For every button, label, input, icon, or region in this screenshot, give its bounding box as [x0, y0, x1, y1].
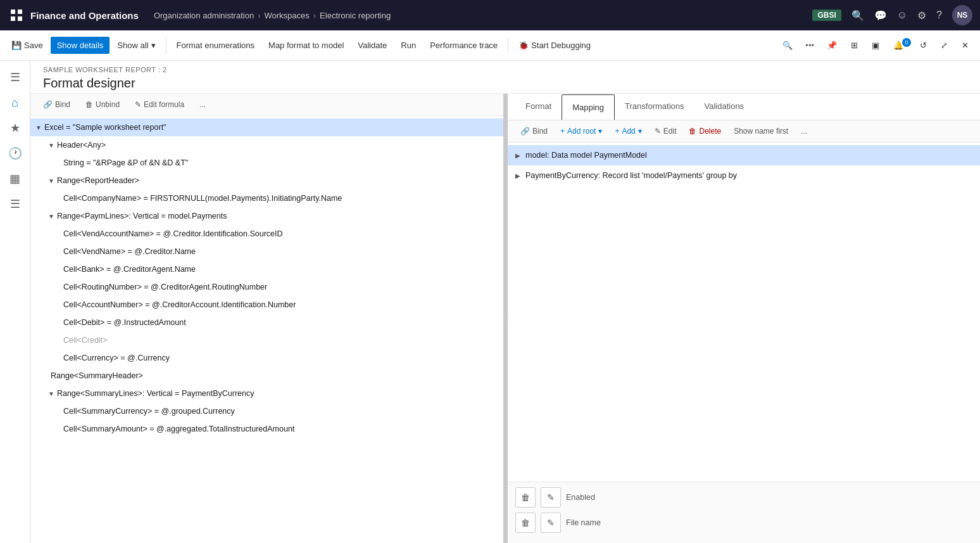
breadcrumb-reporting[interactable]: Electronic reporting: [320, 11, 391, 20]
tree-item-cell-debit[interactable]: Cell<Debit> = @.InstructedAmount: [30, 314, 503, 331]
delete-button[interactable]: 🗑 Delete: [684, 124, 726, 138]
svg-rect-1: [18, 10, 22, 14]
unbind-button[interactable]: 🗑 Unbind: [80, 98, 125, 112]
tree-item-cell-summary-currency[interactable]: Cell<SummaryCurrency> = @.grouped.Curren…: [30, 402, 503, 420]
toolbar-search-button[interactable]: 🔍: [776, 37, 799, 54]
performance-trace-button[interactable]: Performance trace: [424, 37, 504, 54]
tree-text-routing: Cell<RoutingNumber> = @.CreditorAgent.Ro…: [63, 283, 267, 291]
show-name-first-button[interactable]: Show name first: [729, 124, 793, 138]
tree-item-cell-vend-name[interactable]: Cell<VendName> = @.Creditor.Name: [30, 243, 503, 260]
tree-text-summary-amount: Cell<SummaryAmount> = @.aggregated.Total…: [63, 425, 294, 433]
tree-text-range-rh: Range<ReportHeader>: [57, 176, 139, 185]
top-nav: Finance and Operations Organization admi…: [0, 0, 980, 30]
smiley-icon[interactable]: ☺: [897, 10, 907, 21]
search-icon[interactable]: 🔍: [851, 10, 864, 22]
avatar[interactable]: NS: [952, 5, 972, 25]
enabled-edit-button[interactable]: ✎: [541, 487, 561, 508]
message-icon[interactable]: 💬: [874, 10, 887, 22]
save-button[interactable]: 💾 Save: [5, 37, 49, 54]
format-more-button[interactable]: ...: [194, 98, 211, 112]
sidebar-hamburger-icon[interactable]: ☰: [4, 66, 27, 89]
breadcrumb-workspaces[interactable]: Workspaces: [264, 11, 309, 20]
tree-item-cell-company[interactable]: Cell<CompanyName> = FIRSTORNULL(model.Pa…: [30, 189, 503, 207]
tree-item-cell-credit[interactable]: Cell<Credit>: [30, 331, 503, 349]
breadcrumb-org[interactable]: Organization administration: [154, 11, 254, 20]
add-button[interactable]: + Add ▾: [610, 124, 646, 138]
bind-button[interactable]: 🔗 Bind: [38, 98, 75, 112]
format-tree: ▼ Excel = "Sample worksheet report" ▼ He…: [30, 116, 503, 543]
map-format-to-model-button[interactable]: Map format to model: [262, 37, 350, 54]
help-icon[interactable]: ?: [936, 10, 942, 21]
sidebar-recent-icon[interactable]: 🕐: [4, 142, 27, 165]
map-item-model[interactable]: ▶ model: Data model PaymentModel: [508, 145, 980, 165]
sidebar-list-icon[interactable]: ☰: [4, 193, 27, 215]
close-button[interactable]: ✕: [955, 37, 975, 54]
settings-icon[interactable]: ⚙: [917, 10, 926, 22]
trash-small-icon: 🗑: [85, 100, 93, 109]
tree-text-paymlines: Range<PaymLines>: Vertical = model.Payme…: [57, 212, 227, 220]
tree-arrow-range-rh: ▼: [48, 177, 54, 184]
tree-item-range-report-header[interactable]: ▼ Range<ReportHeader>: [30, 172, 503, 189]
sidebar-table-icon[interactable]: ▦: [4, 167, 27, 190]
tree-item-cell-account[interactable]: Cell<AccountNumber> = @.CreditorAccount.…: [30, 296, 503, 314]
format-enumerations-button[interactable]: Format enumerations: [170, 37, 261, 54]
tree-item-string[interactable]: String = "&RPage &P of &N &D &T": [30, 154, 503, 172]
svg-rect-2: [11, 16, 15, 21]
mapping-panel: Format Mapping Transformations Validatio…: [508, 94, 980, 543]
map-bind-button[interactable]: 🔗 Bind: [515, 124, 553, 138]
refresh-button[interactable]: ↺: [914, 37, 933, 54]
add-root-button[interactable]: + Add root ▾: [555, 124, 607, 138]
tree-item-header[interactable]: ▼ Header<Any>: [30, 136, 503, 154]
sidebar-home-icon[interactable]: ⌂: [4, 91, 27, 114]
start-debugging-button[interactable]: 🐞 Start Debugging: [512, 37, 597, 54]
tree-item-cell-bank[interactable]: Cell<Bank> = @.CreditorAgent.Name: [30, 260, 503, 278]
tree-item-cell-summary-amount[interactable]: Cell<SummaryAmount> = @.aggregated.Total…: [30, 420, 503, 438]
sidebar-star-icon[interactable]: ★: [4, 117, 27, 139]
separator-1: [166, 38, 166, 53]
filename-delete-button[interactable]: 🗑: [515, 513, 536, 533]
run-button[interactable]: Run: [394, 37, 422, 54]
tree-arrow-header: ▼: [48, 142, 54, 149]
expand-button[interactable]: ⤢: [934, 37, 954, 54]
map-item-payment-by-currency[interactable]: ▶ PaymentByCurrency: Record list 'model/…: [508, 165, 980, 186]
show-all-button[interactable]: Show all ▾: [111, 37, 161, 54]
tab-mapping[interactable]: Mapping: [562, 94, 615, 120]
chevron-down-icon: ▾: [151, 41, 156, 50]
compare-button[interactable]: ⊞: [845, 37, 864, 54]
tree-item-range-summary-lines[interactable]: ▼ Range<SummaryLines>: Vertical = Paymen…: [30, 385, 503, 402]
add-root-chevron: ▾: [598, 127, 602, 136]
tree-item-cell-routing[interactable]: Cell<RoutingNumber> = @.CreditorAgent.Ro…: [30, 278, 503, 296]
toolbar-more[interactable]: •••: [800, 38, 819, 53]
panel-button[interactable]: ▣: [865, 37, 886, 54]
edit-formula-button[interactable]: ✎ Edit formula: [130, 98, 189, 112]
tree-item-cell-currency[interactable]: Cell<Currency> = @.Currency: [30, 349, 503, 367]
svg-rect-3: [18, 16, 22, 21]
trash-map-icon: 🗑: [689, 127, 696, 136]
link-icon-map: 🔗: [520, 127, 530, 136]
pin-button[interactable]: 📌: [820, 37, 843, 54]
validate-button[interactable]: Validate: [351, 37, 393, 54]
tree-text-vend-account: Cell<VendAccountName> = @.Creditor.Ident…: [63, 229, 283, 238]
tree-item-cell-vend-account[interactable]: Cell<VendAccountName> = @.Creditor.Ident…: [30, 225, 503, 243]
filename-label: File name: [566, 518, 601, 527]
tree-item-range-summary-header[interactable]: Range<SummaryHeader>: [30, 367, 503, 385]
enabled-delete-button[interactable]: 🗑: [515, 487, 536, 508]
tab-transformations[interactable]: Transformations: [615, 94, 694, 120]
tree-text-header: Header<Any>: [57, 141, 106, 150]
filename-edit-button[interactable]: ✎: [541, 513, 561, 533]
app-grid-icon[interactable]: [8, 6, 25, 24]
tab-validations[interactable]: Validations: [694, 94, 754, 120]
prop-row-filename: 🗑 ✎ File name: [515, 513, 972, 533]
breadcrumb-sep-1: ›: [258, 11, 260, 20]
show-details-button[interactable]: Show details: [51, 37, 110, 54]
tab-format[interactable]: Format: [515, 94, 562, 120]
mapping-more-button[interactable]: ...: [796, 124, 812, 138]
bell-button[interactable]: 🔔0: [887, 37, 912, 54]
map-text-model: model: Data model PaymentModel: [525, 151, 647, 160]
map-text-payment: PaymentByCurrency: Record list 'model/Pa…: [525, 171, 737, 180]
tree-item-range-paymlines[interactable]: ▼ Range<PaymLines>: Vertical = model.Pay…: [30, 207, 503, 225]
edit-button[interactable]: ✎ Edit: [650, 124, 682, 138]
bottom-section: 🗑 ✎ Enabled 🗑 ✎ File name: [508, 482, 980, 543]
plus-icon: +: [615, 127, 619, 136]
tree-item-excel[interactable]: ▼ Excel = "Sample worksheet report": [30, 118, 503, 136]
